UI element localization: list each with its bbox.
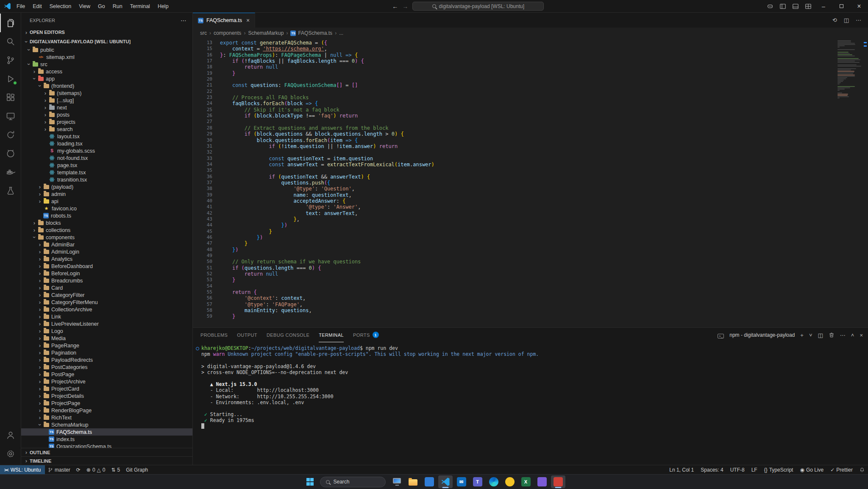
copilot-icon[interactable] (764, 0, 776, 12)
code-editor[interactable]: 13export const generateFAQSchema = ({15 … (193, 39, 868, 327)
code-line-41[interactable]: 41 '@type': 'Answer', (193, 204, 868, 210)
git-graph-button[interactable]: Git Graph (123, 465, 151, 474)
prettier-indicator[interactable]: Prettier (827, 465, 856, 474)
tree-folder-collections[interactable]: collections (21, 226, 192, 234)
code-line-43[interactable]: 43 }, (193, 216, 868, 222)
panel-tab-debug-console[interactable]: DEBUG CONSOLE (267, 328, 309, 342)
code-line-30[interactable]: 30 block.questions.forEach(item => { (193, 137, 868, 143)
tree-folder-adminlogin[interactable]: AdminLogin (21, 248, 192, 255)
remote-indicator[interactable]: WSL: Ubuntu (0, 465, 45, 474)
encoding[interactable]: UTF-8 (727, 465, 748, 474)
section-timeline[interactable]: TIMELINE (21, 456, 192, 465)
code-line-49[interactable]: 49 (193, 253, 868, 259)
tree-folder-access[interactable]: access (21, 68, 192, 75)
terminal-output[interactable]: kharejko@DESKTOP:~/projects/web/digitalv… (193, 342, 868, 465)
tree-folder-projects[interactable]: projects (21, 118, 192, 126)
code-line-38[interactable]: 38 '@type': 'Question', (193, 186, 868, 192)
code-line-53[interactable]: 53 } (193, 277, 868, 283)
code-line-36[interactable]: 36 if (questionText && answerText) { (193, 174, 868, 180)
customize-layout-icon[interactable] (802, 0, 815, 12)
code-line-20[interactable]: 20 (193, 76, 868, 82)
tree-folder-beforedashboard[interactable]: BeforeDashboard (21, 263, 192, 270)
docker-icon[interactable] (0, 163, 21, 182)
tree-folder-schemamarkup[interactable]: SchemaMarkup (21, 421, 192, 428)
tree-folder-app[interactable]: app (21, 75, 192, 82)
split-editor-icon[interactable] (844, 17, 849, 23)
code-line-52[interactable]: 52 return null (193, 271, 868, 277)
taskbar-app-edge[interactable] (487, 475, 501, 488)
menu-file[interactable]: File (13, 2, 29, 11)
breadcrumb-item-faqschema-ts[interactable]: TSFAQSchema.ts (290, 30, 332, 36)
go-live-button[interactable]: Go Live (796, 465, 827, 474)
branch-indicator[interactable]: master (45, 465, 73, 474)
code-line-56[interactable]: 56 '@context': context, (193, 295, 868, 301)
code-line-55[interactable]: 55 return { (193, 289, 868, 295)
tree-file-robots-ts[interactable]: TSrobots.ts (21, 212, 192, 219)
tree-folder-analytics[interactable]: Analytics (21, 255, 192, 263)
sync-button[interactable] (73, 465, 83, 474)
tree-file-trasnition-tsx[interactable]: trasnition.tsx (21, 176, 192, 183)
taskbar-app-excel[interactable]: X (519, 475, 533, 488)
tree-folder-pagination[interactable]: Pagination (21, 349, 192, 356)
run-debug-icon[interactable] (0, 70, 21, 88)
minimize-button[interactable]: – (815, 0, 832, 12)
tree-folder-payloadredirects[interactable]: PayloadRedirects (21, 356, 192, 363)
command-center-search[interactable]: digitalvantage-payload [WSL: Ubuntu] (412, 2, 544, 11)
tree-folder-src[interactable]: src (21, 61, 192, 68)
github-icon[interactable] (0, 144, 21, 163)
code-line-44[interactable]: 44 }) (193, 222, 868, 228)
tree-folder-adminbar[interactable]: AdminBar (21, 241, 192, 248)
code-line-46[interactable]: 46 }) (193, 235, 868, 240)
tree-file-page-tsx[interactable]: page.tsx (21, 162, 192, 169)
panel-more-actions-icon[interactable] (840, 332, 846, 338)
code-line-13[interactable]: 13export const generateFAQSchema = ({ (193, 40, 868, 46)
code-line-33[interactable]: 33 const questionText = item.question (193, 156, 868, 162)
toggle-sidebar-icon[interactable] (776, 0, 789, 12)
menu-view[interactable]: View (75, 2, 94, 11)
tree-folder-admin[interactable]: admin (21, 190, 192, 198)
code-line-31[interactable]: 31 if (!item.question || !item.answer) r… (193, 143, 868, 149)
forward-button[interactable] (402, 3, 408, 10)
code-line-25[interactable]: 25 // Skip if it's not a faq block (193, 107, 868, 113)
menu-selection[interactable]: Selection (46, 2, 75, 11)
tree-folder-postcategories[interactable]: PostCategories (21, 363, 192, 371)
code-line-24[interactable]: 24 faqBlocks.forEach(block => { (193, 101, 868, 106)
code-line-57[interactable]: 57 '@type': 'FAQPage', (193, 302, 868, 307)
tree-folder-search[interactable]: search (21, 126, 192, 133)
tree-folder-projectarchive[interactable]: ProjectArchive (21, 378, 192, 385)
tree-folder-projectdetails[interactable]: ProjectDetails (21, 392, 192, 400)
tree-folder-richtext[interactable]: RichText (21, 414, 192, 421)
explorer-more-actions-icon[interactable] (181, 17, 186, 24)
windows-start-button[interactable] (303, 475, 317, 488)
close-panel-icon[interactable] (860, 332, 863, 338)
code-line-45[interactable]: 45 } (193, 229, 868, 235)
code-line-18[interactable]: 18 return null (193, 64, 868, 70)
menu-run[interactable]: Run (109, 2, 126, 11)
panel-tab-terminal[interactable]: TERMINAL (319, 328, 344, 342)
code-line-16[interactable]: 16}: FAQSchemaProps): FAQPageSchema | nu… (193, 52, 868, 58)
code-line-48[interactable]: 48 }) (193, 247, 868, 253)
code-line-27[interactable]: 27 (193, 119, 868, 125)
eol[interactable]: LF (748, 465, 761, 474)
terminal-profile-dropdown-icon[interactable] (809, 332, 812, 338)
tree-folder-projectcard[interactable]: ProjectCard (21, 385, 192, 392)
breadcrumb-item-src[interactable]: src (200, 30, 207, 36)
explorer-icon[interactable] (0, 14, 21, 32)
remote-explorer-icon[interactable] (0, 107, 21, 126)
code-line-28[interactable]: 28 // Extract questions and answers from… (193, 125, 868, 131)
taskbar-app-system-monitor[interactable] (390, 475, 404, 488)
tree-folder-renderblogpage[interactable]: RenderBlogPage (21, 407, 192, 414)
tree-file-favicon-ico[interactable]: ★favicon.ico (21, 205, 192, 212)
taskbar-app-file-explorer[interactable] (406, 475, 420, 488)
code-line-15[interactable]: 15 context = 'https://schema.org', (193, 46, 868, 52)
live-preview-icon[interactable] (0, 126, 21, 144)
code-line-59[interactable]: 59 } (193, 313, 868, 319)
tree-folder-link[interactable]: Link (21, 313, 192, 320)
code-line-50[interactable]: 50 // Only return schema if we have ques… (193, 259, 868, 265)
problems-indicator[interactable]: 0 0 (83, 465, 108, 474)
back-button[interactable] (392, 3, 398, 10)
menu-help[interactable]: Help (154, 2, 172, 11)
menu-terminal[interactable]: Terminal (126, 2, 154, 11)
taskbar-app-app-red[interactable] (551, 475, 565, 488)
breadcrumb-item-components[interactable]: components (214, 30, 241, 36)
